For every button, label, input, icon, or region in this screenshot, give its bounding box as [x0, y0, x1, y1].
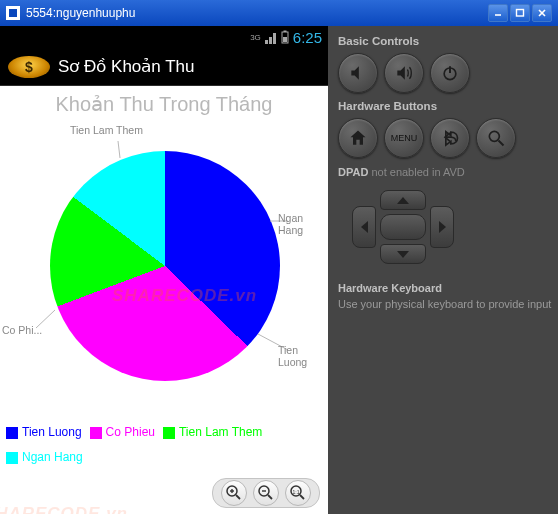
titlebar: 5554:nguyenhuuphu [0, 0, 558, 26]
zoom-fit-button[interactable]: 1:1 [285, 480, 311, 506]
dpad-left-button[interactable] [352, 206, 376, 248]
legend-item: Co Phieu [90, 424, 155, 441]
chart-area: Khoản Thu Trong Tháng Tien Lam Them Ngan… [0, 86, 328, 514]
callout-co-phieu: Co Phi... [2, 324, 42, 336]
search-button[interactable] [476, 118, 516, 158]
android-statusbar: 3G 6:25 [0, 26, 328, 48]
svg-rect-6 [283, 37, 287, 42]
dpad [338, 184, 468, 270]
back-button[interactable] [430, 118, 470, 158]
signal-bars-icon [265, 30, 277, 43]
legend-label: Tien Luong [22, 424, 82, 441]
volume-up-button[interactable] [384, 53, 424, 93]
legend-label: Co Phieu [106, 424, 155, 441]
dpad-label: DPAD not enabled in AVD [338, 166, 554, 178]
minimize-button[interactable] [488, 4, 508, 22]
emulator-side-panel: Basic Controls Hardware Buttons MENU DPA… [328, 26, 558, 514]
dpad-down-button[interactable] [380, 244, 426, 264]
window-buttons [488, 4, 552, 22]
svg-line-12 [236, 495, 240, 499]
svg-text:1:1: 1:1 [293, 489, 300, 495]
chart-legend: Tien LuongCo PhieuTien Lam ThemNgan Hang [6, 424, 328, 466]
svg-rect-1 [517, 10, 524, 17]
close-button[interactable] [532, 4, 552, 22]
maximize-button[interactable] [510, 4, 530, 22]
phone-screen: 3G 6:25 $ Sơ Đồ Khoản Thu Khoản Thu Tron… [0, 26, 328, 514]
coin-icon: $ [8, 56, 50, 78]
hardware-keyboard-label: Hardware Keyboard [338, 282, 554, 294]
legend-label: Ngan Hang [22, 449, 83, 466]
zoom-in-button[interactable] [221, 480, 247, 506]
legend-swatch [6, 427, 18, 439]
signal-type-label: 3G [250, 33, 261, 42]
dpad-up-button[interactable] [380, 190, 426, 210]
app-icon [6, 6, 20, 20]
app-title: Sơ Đồ Khoản Thu [58, 56, 194, 77]
svg-point-23 [489, 131, 499, 141]
status-clock: 6:25 [293, 29, 322, 46]
window-title: 5554:nguyenhuuphu [26, 6, 488, 20]
battery-icon [281, 30, 289, 44]
svg-line-7 [118, 141, 120, 158]
zoom-toolbar: 1:1 [212, 478, 320, 508]
power-button[interactable] [430, 53, 470, 93]
callout-ngan-hang: Ngan Hang [278, 212, 328, 236]
hardware-keyboard-sub: Use your physical keyboard to provide in… [338, 298, 554, 310]
callout-tien-luong: Tien Luong [278, 344, 328, 368]
pie-chart[interactable] [50, 151, 280, 381]
svg-line-16 [268, 495, 272, 499]
callout-tien-lam-them: Tien Lam Them [70, 124, 143, 136]
emulator-window: 5554:nguyenhuuphu 3G 6:25 $ Sơ Đồ Khoản … [0, 0, 558, 514]
legend-item: Tien Lam Them [163, 424, 262, 441]
svg-line-24 [499, 141, 504, 146]
content-area: 3G 6:25 $ Sơ Đồ Khoản Thu Khoản Thu Tron… [0, 26, 558, 514]
basic-controls-label: Basic Controls [338, 35, 554, 47]
legend-item: Tien Luong [6, 424, 82, 441]
app-bar: $ Sơ Đồ Khoản Thu [0, 48, 328, 86]
hardware-buttons-label: Hardware Buttons [338, 100, 554, 112]
dpad-center-button[interactable] [380, 214, 426, 240]
legend-swatch [90, 427, 102, 439]
chart-title: Khoản Thu Trong Tháng [0, 92, 328, 116]
volume-down-button[interactable] [338, 53, 378, 93]
svg-rect-5 [283, 31, 286, 33]
legend-label: Tien Lam Them [179, 424, 262, 441]
svg-line-19 [300, 495, 304, 499]
dpad-right-button[interactable] [430, 206, 454, 248]
legend-swatch [6, 452, 18, 464]
home-button[interactable] [338, 118, 378, 158]
watermark: SHARECODE.vn [0, 504, 128, 514]
legend-swatch [163, 427, 175, 439]
zoom-out-button[interactable] [253, 480, 279, 506]
menu-button[interactable]: MENU [384, 118, 424, 158]
legend-item: Ngan Hang [6, 449, 83, 466]
